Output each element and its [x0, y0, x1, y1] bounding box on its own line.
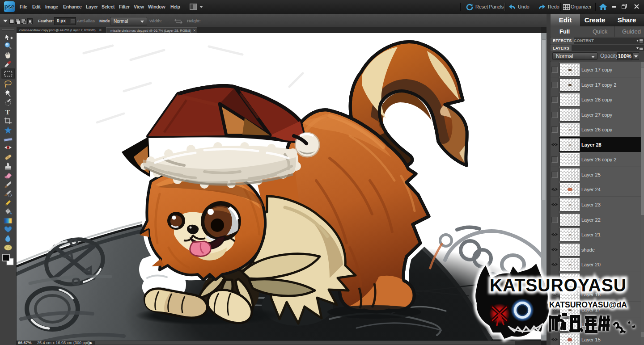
svg-text:T: T [5, 109, 10, 116]
svg-text:KATSUROYASU@dA: KATSUROYASU@dA [549, 300, 627, 309]
svg-text:KATSUROYASU: KATSUROYASU [490, 275, 627, 295]
